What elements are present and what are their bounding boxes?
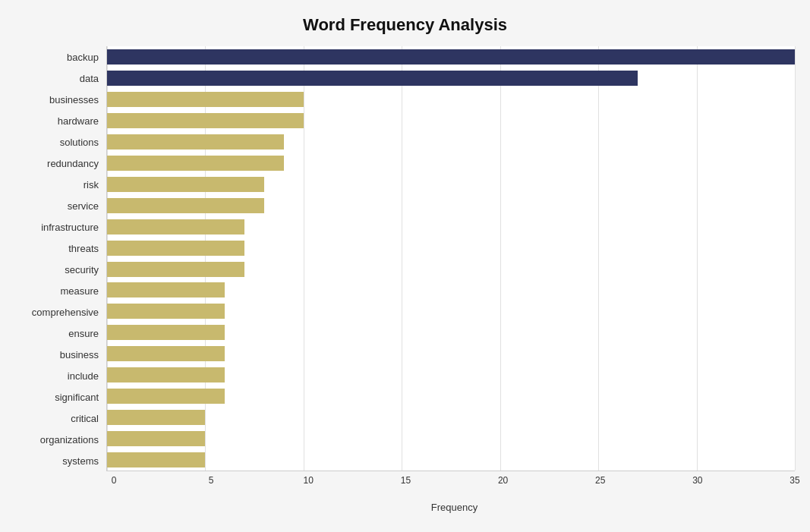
bar-hardware (107, 113, 304, 128)
bar-critical (107, 410, 205, 425)
bar-row (107, 131, 795, 153)
x-tick: 0 (112, 475, 117, 486)
y-label: include (68, 365, 99, 386)
y-label: solutions (60, 131, 99, 153)
x-tick: 25 (595, 475, 605, 486)
bar-backup (107, 49, 795, 65)
x-tick: 30 (692, 475, 702, 486)
bar-row (107, 89, 795, 110)
bar-service (107, 198, 264, 213)
bar-row (107, 238, 795, 259)
bars-section (106, 46, 795, 471)
bar-include (107, 367, 225, 382)
bar-row (107, 449, 795, 471)
x-tick: 20 (498, 475, 508, 486)
bar-row (107, 46, 795, 68)
bar-infrastructure (107, 219, 244, 235)
y-label: businesses (49, 89, 99, 110)
bar-row (107, 174, 795, 195)
bar-security (107, 262, 244, 277)
y-label: hardware (58, 110, 99, 131)
y-label: backup (67, 46, 99, 68)
bar-row (107, 364, 795, 386)
bar-redundancy (107, 156, 284, 171)
bar-row (107, 279, 795, 301)
bar-business (107, 346, 225, 361)
bar-businesses (107, 92, 304, 107)
bar-organizations (107, 431, 205, 446)
bar-solutions (107, 134, 284, 150)
y-label: risk (84, 174, 99, 195)
bar-row (107, 343, 795, 364)
chart-title: Word Frequency Analysis (15, 8, 795, 46)
x-tick: 15 (401, 475, 411, 486)
bar-row (107, 301, 795, 322)
x-tick: 5 (209, 475, 214, 486)
bar-row (107, 259, 795, 280)
y-label: organizations (40, 429, 99, 450)
y-label: security (65, 259, 99, 280)
x-axis-label: Frequency (114, 502, 795, 513)
bar-row (107, 153, 795, 174)
chart-container: Word Frequency Analysis backupdatabusine… (0, 0, 810, 532)
bar-row (107, 407, 795, 428)
bar-row (107, 110, 795, 131)
bar-risk (107, 177, 264, 192)
bar-systems (107, 452, 205, 467)
grid-line (795, 46, 796, 471)
y-label: service (68, 195, 99, 216)
bar-row (107, 322, 795, 343)
y-label: systems (62, 450, 99, 471)
y-label: business (60, 344, 99, 365)
y-label: measure (60, 280, 99, 301)
y-labels: backupdatabusinesseshardwaresolutionsred… (15, 46, 106, 471)
y-label: infrastructure (41, 216, 99, 238)
chart-inner: backupdatabusinesseshardwaresolutionsred… (15, 46, 795, 471)
bar-row (107, 386, 795, 407)
y-label: threats (68, 238, 99, 259)
bar-row (107, 216, 795, 238)
bar-data (107, 71, 638, 86)
bar-measure (107, 282, 225, 297)
chart-area: backupdatabusinesseshardwaresolutionsred… (15, 46, 795, 487)
x-axis: 05101520253035 Frequency (114, 471, 795, 502)
y-label: ensure (68, 323, 99, 344)
bar-significant (107, 389, 225, 404)
bar-comprehensive (107, 304, 225, 319)
x-tick: 10 (304, 475, 314, 486)
x-tick: 35 (790, 475, 799, 486)
y-label: redundancy (47, 153, 99, 174)
y-label: comprehensive (32, 301, 99, 323)
bar-row (107, 428, 795, 449)
y-label: critical (71, 408, 99, 429)
y-label: data (80, 68, 99, 89)
bar-threats (107, 241, 244, 256)
bar-row (107, 68, 795, 89)
bar-row (107, 195, 795, 216)
y-label: significant (55, 386, 99, 408)
bar-ensure (107, 325, 225, 340)
